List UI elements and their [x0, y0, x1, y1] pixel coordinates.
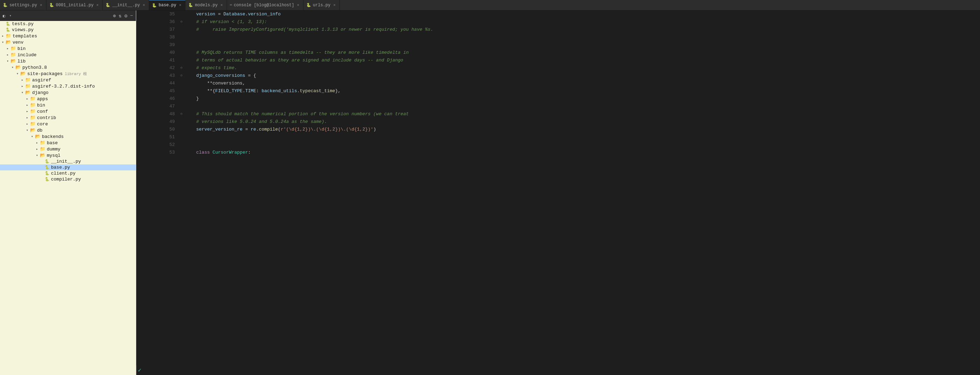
- tree-arrow-base-folder: ▸: [34, 141, 40, 145]
- tree-item-views[interactable]: 🐍views.py: [0, 27, 136, 33]
- tree-item-apps[interactable]: ▸📁apps: [0, 96, 136, 102]
- tree-icon-conf: 📁: [30, 109, 36, 114]
- tree-item-templates[interactable]: ▸📁templates: [0, 33, 136, 39]
- line-fold-43[interactable]: ⊖: [179, 72, 184, 79]
- tree-item-base-py[interactable]: 🐍base.py: [0, 164, 136, 170]
- code-line-41: 41 # terms of actual behavior as they ar…: [139, 57, 977, 64]
- tree-icon-mysql: 📂: [40, 153, 45, 158]
- settings-icon[interactable]: ⚙: [124, 13, 127, 19]
- tree-item-base-folder[interactable]: ▸📁base: [0, 140, 136, 146]
- line-fold-42[interactable]: ⊖: [179, 64, 184, 72]
- tab-base[interactable]: 🐍base.py×: [149, 0, 185, 10]
- tree-item-mysql[interactable]: ▾📂mysql: [0, 152, 136, 159]
- tree-arrow-contrib: ▸: [24, 116, 30, 120]
- line-number-41: 41: [139, 57, 179, 64]
- tree-item-include[interactable]: ▸📁include: [0, 52, 136, 58]
- tree-arrow-lib: ▾: [5, 59, 11, 63]
- tree-icon-asgiref: 📁: [25, 77, 31, 83]
- tab-close-__init__[interactable]: ×: [142, 3, 146, 8]
- line-number-47: 47: [139, 103, 179, 110]
- line-fold-35[interactable]: [179, 11, 184, 18]
- tab-models[interactable]: 🐍models.py×: [185, 0, 227, 10]
- code-line-39: 39: [139, 41, 977, 49]
- tab-icon-urls: 🐍: [306, 3, 311, 7]
- tab-console[interactable]: ⌨console [blog@localhost]×: [227, 0, 304, 10]
- tab-close-base[interactable]: ×: [178, 3, 183, 8]
- tree-item-backends[interactable]: ▾📂backends: [0, 133, 136, 140]
- code-line-51: 51: [139, 133, 977, 141]
- tree-label-django: django: [32, 90, 49, 95]
- line-fold-50[interactable]: [179, 126, 184, 133]
- code-line-40: 40 # MySQLdb returns TIME columns as tim…: [139, 49, 977, 57]
- tab-label-console: console [blog@localhost]: [234, 3, 294, 8]
- add-files-icon[interactable]: ⊕: [113, 13, 116, 19]
- tree-label-compiler: compiler.py: [51, 177, 81, 182]
- line-number-36: 36: [139, 18, 179, 26]
- line-fold-48[interactable]: ⊖: [179, 110, 184, 118]
- line-fold-46[interactable]: [179, 95, 184, 103]
- line-code-41: # terms of actual behavior as they are s…: [184, 57, 977, 64]
- line-code-51: [184, 133, 977, 141]
- tree-item-venv[interactable]: ▾📂venv: [0, 39, 136, 45]
- line-fold-38[interactable]: [179, 33, 184, 41]
- line-code-48: # This should match the numerical portio…: [184, 110, 977, 118]
- tree-label-base-folder: base: [47, 140, 57, 146]
- tab-settings[interactable]: 🐍settings.py×: [0, 0, 46, 10]
- line-fold-52[interactable]: [179, 141, 184, 149]
- line-fold-53[interactable]: [179, 149, 184, 156]
- tree-item-bin[interactable]: ▸📁bin: [0, 45, 136, 52]
- tab-0001_initial[interactable]: 🐍0001_initial.py×: [46, 0, 103, 10]
- line-fold-49[interactable]: [179, 118, 184, 126]
- tree-item-lib[interactable]: ▾📂lib: [0, 58, 136, 64]
- line-number-46: 46: [139, 95, 179, 103]
- tab-icon-__init__: 🐍: [105, 3, 110, 7]
- tree-item-db[interactable]: ▾📂db: [0, 127, 136, 133]
- tab-close-settings[interactable]: ×: [39, 3, 43, 8]
- code-line-37: 37 # raise ImproperlyConfigured('mysqlcl…: [139, 26, 977, 33]
- tab-__init__[interactable]: 🐍__init__.py×: [103, 0, 149, 10]
- minimize-icon[interactable]: −: [130, 13, 133, 19]
- line-code-44: **conversions,: [184, 79, 977, 87]
- tree-item-__init__-mysql[interactable]: 🐍__init__.py: [0, 159, 136, 164]
- tree-item-dummy[interactable]: ▸📁dummy: [0, 146, 136, 152]
- tab-close-urls[interactable]: ×: [332, 3, 337, 8]
- tab-close-models[interactable]: ×: [220, 3, 224, 8]
- tree-item-python38[interactable]: ▾📂python3.8: [0, 64, 136, 70]
- tree-item-asgiref-dist[interactable]: ▸📁asgiref-3.2.7.dist-info: [0, 83, 136, 89]
- code-area[interactable]: 35 version = Database.version_info36⊖ # …: [136, 11, 980, 365]
- tree-item-core[interactable]: ▸📁core: [0, 121, 136, 127]
- tree-item-compiler[interactable]: 🐍compiler.py: [0, 176, 136, 182]
- line-number-35: 35: [139, 11, 179, 18]
- collapse-icon[interactable]: ⇅: [119, 13, 121, 19]
- tree-arrow-dummy: ▸: [34, 147, 40, 151]
- tree-icon-core: 📁: [30, 121, 36, 127]
- tree-item-asgiref[interactable]: ▸📁asgiref: [0, 77, 136, 83]
- tree-label-dummy: dummy: [47, 147, 60, 152]
- tab-urls[interactable]: 🐍urls.py×: [304, 0, 340, 10]
- tree-item-conf[interactable]: ▸📁conf: [0, 108, 136, 114]
- code-lines: 35 version = Database.version_info36⊖ # …: [136, 11, 980, 365]
- tree-item-contrib[interactable]: ▸📁contrib: [0, 114, 136, 121]
- line-fold-44[interactable]: [179, 79, 184, 87]
- tree-item-client[interactable]: 🐍client.py: [0, 170, 136, 176]
- line-fold-41[interactable]: [179, 57, 184, 64]
- line-fold-45[interactable]: [179, 87, 184, 95]
- line-fold-37[interactable]: [179, 26, 184, 33]
- tree-item-site-packages[interactable]: ▾📂site-packageslibrary 根: [0, 70, 136, 77]
- line-fold-51[interactable]: [179, 133, 184, 141]
- code-line-50: 50 server_version_re = re.compile(r'(\d{…: [139, 126, 977, 133]
- line-fold-36[interactable]: ⊖: [179, 18, 184, 26]
- tree-item-tests[interactable]: 🐍tests.py: [0, 21, 136, 27]
- line-number-53: 53: [139, 149, 179, 156]
- line-code-42: # expects time.: [184, 64, 977, 72]
- tree-label-db: db: [37, 128, 43, 133]
- line-fold-40[interactable]: [179, 49, 184, 57]
- tree-label-client: client.py: [51, 171, 75, 176]
- tree-item-bin-django[interactable]: ▸📁bin: [0, 102, 136, 108]
- line-fold-47[interactable]: [179, 103, 184, 110]
- line-fold-39[interactable]: [179, 41, 184, 49]
- tab-close-0001_initial[interactable]: ×: [95, 3, 100, 8]
- tab-close-console[interactable]: ×: [296, 3, 301, 8]
- tree-item-django[interactable]: ▾📂django: [0, 89, 136, 96]
- sidebar-dropdown-icon[interactable]: ▾: [10, 14, 11, 18]
